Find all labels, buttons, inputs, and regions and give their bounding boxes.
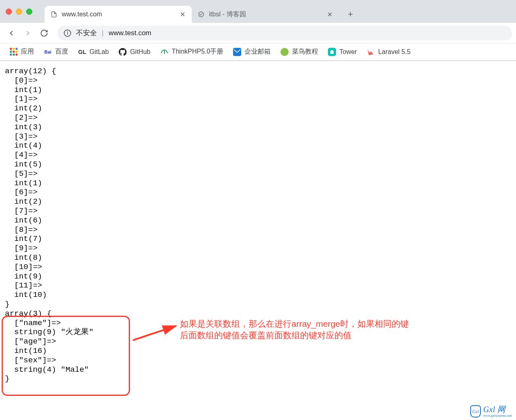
bookmark-gitlab[interactable]: GL GitLab [75, 46, 112, 58]
close-tab-icon[interactable]: ✕ [179, 10, 186, 19]
bookmark-apps[interactable]: 应用 [7, 46, 37, 58]
page-favicon-icon [197, 11, 205, 18]
bookmark-thinkphp[interactable]: ThinkPHP5.0手册 [157, 46, 227, 58]
runoob-icon [280, 48, 289, 56]
tab-strip: www.test.com ✕ itbsl - 博客园 ✕ + [45, 6, 357, 23]
site-info-icon[interactable]: i [64, 29, 71, 37]
back-button[interactable] [4, 26, 19, 40]
bookmarks-bar: 应用 Bai 百度 GL GitLab GitHub ThinkPHP5.0手册 [0, 43, 516, 61]
reload-button[interactable] [37, 26, 52, 40]
annotation-text: 如果是关联数组，那么在进行array_merge时，如果相同的键 后面数组的键值… [180, 318, 409, 341]
bookmark-tower[interactable]: Tower [325, 46, 360, 58]
maximize-window-icon[interactable] [26, 9, 32, 15]
toolbar: i 不安全 | www.test.com [0, 23, 516, 43]
annotation-line1: 如果是关联数组，那么在进行array_merge时，如果相同的键 [180, 318, 409, 330]
forward-button[interactable] [20, 26, 35, 40]
baidu-icon: Bai [44, 48, 52, 56]
php-output-array1: array(12) { [0]=> int(1) [1]=> int(2) [2… [5, 67, 56, 309]
page-favicon-icon [50, 11, 58, 18]
svg-rect-2 [330, 52, 334, 54]
watermark-title: Gxl 网 [483, 405, 505, 414]
tab-title: www.test.com [62, 11, 179, 18]
bookmark-label: 百度 [55, 47, 68, 56]
bookmark-label: 企业邮箱 [245, 47, 271, 56]
close-window-icon[interactable] [6, 9, 12, 15]
watermark-url: www.gxlsystems.com [483, 414, 512, 418]
tab-inactive[interactable]: itbsl - 博客园 ✕ [192, 6, 339, 23]
mail-icon [233, 48, 241, 56]
github-icon [119, 48, 127, 56]
apps-icon [10, 48, 18, 56]
bookmark-label: 应用 [21, 47, 34, 56]
address-bar[interactable]: i 不安全 | www.test.com [57, 26, 512, 40]
close-tab-icon[interactable]: ✕ [326, 10, 333, 19]
bookmark-label: GitHub [130, 48, 150, 56]
url-text: www.test.com [108, 29, 151, 37]
security-status: 不安全 [76, 28, 97, 38]
tab-active[interactable]: www.test.com ✕ [45, 6, 192, 23]
laravel-icon [367, 48, 375, 56]
gitlab-icon: GL [78, 48, 86, 56]
thinkphp-icon [160, 48, 168, 56]
separator: | [102, 29, 103, 37]
tower-icon [328, 48, 336, 56]
titlebar: www.test.com ✕ itbsl - 博客园 ✕ + [0, 0, 516, 23]
bookmark-label: Laravel 5.5 [378, 48, 411, 56]
bookmark-label: 菜鸟教程 [292, 47, 318, 56]
tab-title: itbsl - 博客园 [209, 10, 326, 19]
bookmark-github[interactable]: GitHub [115, 46, 154, 58]
php-output-array2: array(3) { ["name"]=> string(9) "火龙果" ["… [5, 309, 94, 384]
watermark-shield-icon: Gxl [470, 405, 481, 418]
watermark-badge: Gxl [472, 409, 479, 414]
browser-chrome: www.test.com ✕ itbsl - 博客园 ✕ + [0, 0, 516, 61]
bookmark-mail[interactable]: 企业邮箱 [230, 46, 274, 58]
annotation-line2: 后面数组的键值会覆盖前面数组的键对应的值 [180, 330, 409, 341]
bookmark-label: Tower [339, 48, 357, 56]
bookmark-runoob[interactable]: 菜鸟教程 [277, 46, 321, 58]
bookmark-label: ThinkPHP5.0手册 [172, 47, 223, 56]
window-controls [6, 9, 32, 15]
bookmark-label: GitLab [90, 48, 109, 56]
watermark: Gxl Gxl 网 www.gxlsystems.com [470, 405, 512, 418]
bookmark-laravel[interactable]: Laravel 5.5 [363, 46, 414, 58]
minimize-window-icon[interactable] [16, 9, 22, 15]
bookmark-baidu[interactable]: Bai 百度 [40, 46, 72, 58]
new-tab-button[interactable]: + [344, 8, 357, 21]
